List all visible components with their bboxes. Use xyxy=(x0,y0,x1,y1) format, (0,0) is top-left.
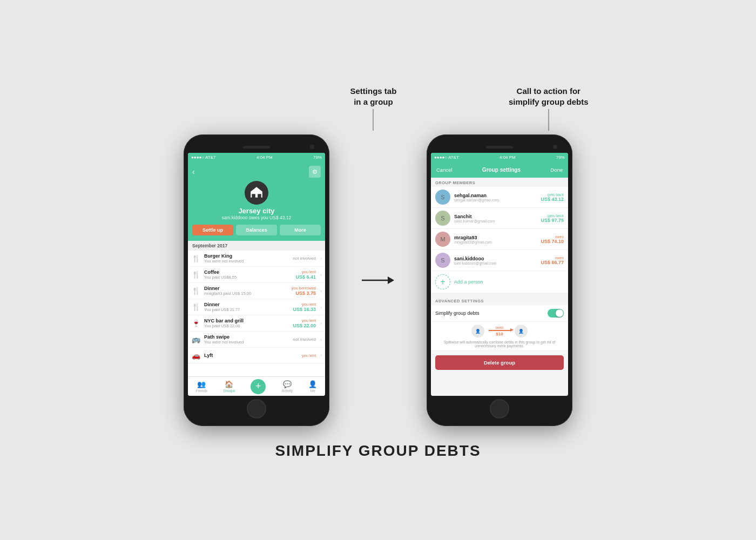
add-person-row[interactable]: + Add a person xyxy=(431,271,568,293)
status-bar-left: ●●●●○ AT&T 4:04 PM 79% xyxy=(188,153,325,161)
delete-group-button[interactable]: Delete group xyxy=(435,355,564,370)
item-sub: You paid US$ 22.00 xyxy=(204,323,289,328)
chevron-icon: › xyxy=(320,321,322,326)
app-header-left: ‹ ⚙ Jersey city sani.kiddooo owes you US… xyxy=(188,161,325,241)
settle-up-button[interactable]: Settle up xyxy=(192,225,233,235)
status-bar-right: ●●●●○ AT&T 4:04 PM 79% xyxy=(431,153,568,161)
person-b-icon: 👤 xyxy=(515,325,528,338)
member-status: gets back xyxy=(541,193,564,197)
member-value: US$ 43.12 xyxy=(541,197,564,202)
annotation-left: Settings tab in a group xyxy=(350,86,396,131)
item-amount: not involved xyxy=(293,256,316,261)
section-header-sep2017: September 2017 xyxy=(188,241,325,251)
phone-screen-right: ●●●●○ AT&T 4:04 PM 79% Cancel Group sett… xyxy=(431,153,568,396)
app-header-top: ‹ ⚙ xyxy=(192,166,321,178)
time-right: 4:04 PM xyxy=(500,155,516,160)
nav-friends[interactable]: 👥 Friends xyxy=(196,380,208,393)
amount-label: you lent xyxy=(295,269,316,274)
phone-notch-right xyxy=(431,142,568,152)
list-item[interactable]: 🍴 Coffee You paid US$8.55 you lent US$ 6… xyxy=(188,267,325,283)
annotation-right-line xyxy=(548,109,549,131)
member-value: US$ 74.10 xyxy=(541,239,564,244)
done-button[interactable]: Done xyxy=(550,167,563,173)
item-name: Dinner xyxy=(204,302,289,307)
amount-label: you borrowed xyxy=(292,286,316,291)
diagram-amount: $10 xyxy=(496,332,503,336)
food-icon: 🍴 xyxy=(191,254,201,264)
member-status: owes xyxy=(541,256,564,260)
balances-button[interactable]: Balances xyxy=(236,225,277,235)
list-item[interactable]: 🍴 Dinner mragita93 paid US$ 15.00 you bo… xyxy=(188,283,325,299)
settings-title: Group settings xyxy=(482,167,521,173)
phone-home-button-left[interactable] xyxy=(247,399,266,418)
annotation-left-text: Settings tab in a group xyxy=(350,86,396,107)
member-value: US$ 97.75 xyxy=(541,218,564,223)
item-name: Dinner xyxy=(204,286,288,291)
group-name: Jersey city xyxy=(238,207,274,215)
time-left: 4:04 PM xyxy=(256,155,273,160)
owes-label: owes xyxy=(495,326,503,329)
member-status: gets back xyxy=(541,214,564,218)
action-buttons: Settle up Balances More xyxy=(192,225,321,235)
settings-button[interactable]: ⚙ xyxy=(309,166,321,178)
member-item[interactable]: S sehgal.naman sehgal.naman@gmail.com ge… xyxy=(431,187,568,208)
bottom-nav: 👥 Friends 🏠 Groups + 💬 Activity xyxy=(188,376,325,396)
diagram-row: 👤 owes $10 👤 xyxy=(471,325,528,338)
list-item[interactable]: 🚌 Path swipe You were not involved not i… xyxy=(188,332,325,348)
list-item[interactable]: 🚗 Lyft you lent › xyxy=(188,348,325,363)
member-email: sani.kiddooo@gmail.com xyxy=(454,261,537,265)
simplify-debts-row[interactable]: Simplify group debts xyxy=(431,305,568,322)
nav-groups[interactable]: 🏠 Groups xyxy=(224,380,235,393)
nav-add-button[interactable]: + xyxy=(251,379,266,394)
simplify-description: Splitwise will automatically combine deb… xyxy=(435,340,564,348)
member-name: sehgal.naman xyxy=(454,193,537,198)
simplify-label: Simplify group debts xyxy=(435,310,480,316)
expense-list: September 2017 🍴 Burger King You were no… xyxy=(188,241,325,376)
chevron-icon: › xyxy=(320,305,322,310)
groups-icon: 🏠 xyxy=(225,380,233,388)
member-item[interactable]: S Sanchit sanc.kumar@gmail.com gets back… xyxy=(431,208,568,229)
member-avatar: S xyxy=(435,253,450,268)
list-item[interactable]: 🍴 Burger King You were not involved not … xyxy=(188,251,325,267)
item-name: Coffee xyxy=(204,269,292,275)
phone-camera-left xyxy=(310,145,314,149)
member-item[interactable]: S sani.kiddooo sani.kiddooo@gmail.com ow… xyxy=(431,250,568,271)
phone-right-wrapper: ●●●●○ AT&T 4:04 PM 79% Cancel Group sett… xyxy=(427,134,572,426)
more-button[interactable]: More xyxy=(280,225,321,235)
member-item[interactable]: M mragita93 mragita93@gmail.com owes US$… xyxy=(431,229,568,250)
list-item[interactable]: 🍷 NYC bar and grill You paid US$ 22.00 y… xyxy=(188,315,325,332)
food-icon: 🍴 xyxy=(191,302,201,312)
nav-me[interactable]: 👤 Me xyxy=(308,380,317,393)
member-name: sani.kiddooo xyxy=(454,256,537,261)
food-icon: 🍴 xyxy=(191,286,201,296)
chevron-icon: › xyxy=(320,272,322,278)
nav-activity[interactable]: 💬 Activity xyxy=(281,380,293,393)
carrier-left: ●●●●○ AT&T xyxy=(191,155,216,160)
friends-icon: 👥 xyxy=(197,380,206,388)
phone-home-button-right[interactable] xyxy=(490,399,509,418)
list-item[interactable]: 🍴 Dinner You paid US$ 21.77 you lent US$… xyxy=(188,299,325,315)
advanced-settings-section: ADVANCED SETTINGS Simplify group debts xyxy=(431,296,568,370)
phone-right: ●●●●○ AT&T 4:04 PM 79% Cancel Group sett… xyxy=(427,134,572,426)
cancel-button[interactable]: Cancel xyxy=(436,167,453,173)
simplify-toggle[interactable] xyxy=(548,309,564,318)
transit-icon: 🚌 xyxy=(191,335,201,345)
annotation-right: Call to action for simplify group debts xyxy=(509,86,589,131)
item-amount: US$ 3.75 xyxy=(292,291,316,296)
simplify-diagram: 👤 owes $10 👤 xyxy=(431,322,568,351)
nav-friends-label: Friends xyxy=(196,389,208,393)
item-name: Lyft xyxy=(204,353,299,358)
svg-marker-1 xyxy=(388,276,394,284)
nav-me-label: Me xyxy=(310,389,315,393)
item-sub: mragita93 paid US$ 15.00 xyxy=(204,291,288,296)
member-name: Sanchit xyxy=(454,214,537,219)
phone-notch-left xyxy=(188,142,325,152)
member-avatar: S xyxy=(435,211,450,226)
battery-left: 79% xyxy=(313,155,322,160)
group-subtitle: sani.kiddooo owes you US$ 43.12 xyxy=(222,215,292,220)
transition-arrow xyxy=(362,272,394,288)
back-button[interactable]: ‹ xyxy=(192,167,195,176)
carrier-right: ●●●●○ AT&T xyxy=(434,155,459,160)
add-person-label: Add a person xyxy=(454,279,483,285)
nav-groups-label: Groups xyxy=(224,389,235,393)
